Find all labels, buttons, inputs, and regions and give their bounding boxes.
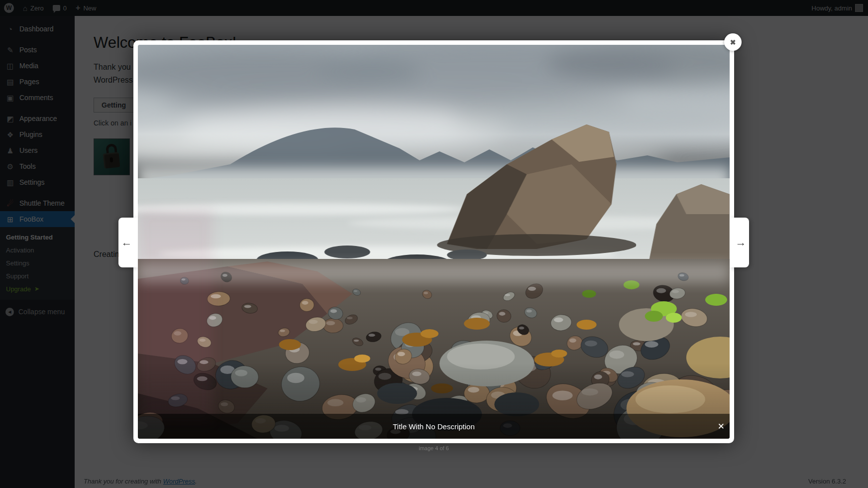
lightbox-photo[interactable]: Title With No Description ✕ [138, 45, 730, 439]
arrow-left-icon: ← [121, 236, 132, 249]
lightbox-modal: ← → [133, 40, 734, 443]
lightbox-image-count: image 4 of 6 [133, 445, 734, 451]
close-icon: ✖ [730, 38, 736, 46]
caption-close-icon[interactable]: ✕ [718, 422, 725, 431]
caption-title: Title With No Description [393, 422, 475, 431]
coastal-photo-illustration [138, 45, 730, 439]
caption-bar: Title With No Description ✕ [138, 414, 730, 439]
next-image-button[interactable]: → [730, 218, 749, 267]
lightbox-close-button[interactable]: ✖ [724, 33, 742, 51]
prev-image-button[interactable]: ← [118, 218, 138, 267]
arrow-right-icon: → [736, 236, 747, 249]
